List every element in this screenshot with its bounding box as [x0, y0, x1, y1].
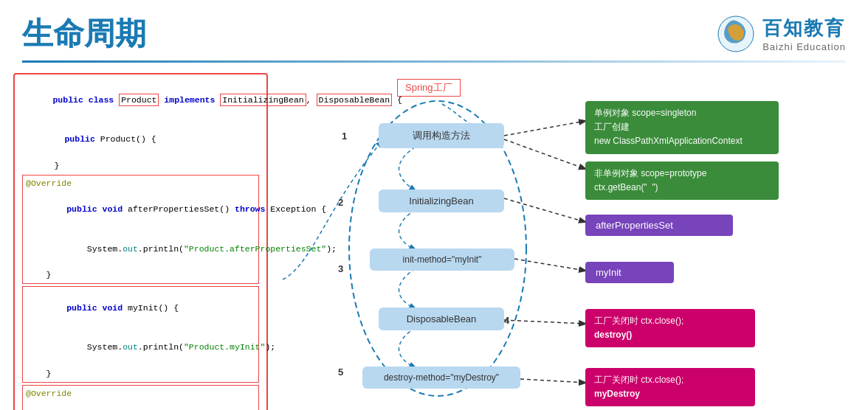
num-label-4: 4	[504, 315, 509, 326]
num-label-2: 2	[338, 197, 343, 208]
code-block-myinit: public void myInit() { System.out.printl…	[22, 286, 259, 383]
code-afterprops-body: System.out.println("Product.afterPropert…	[26, 229, 255, 268]
num-label-3: 3	[338, 263, 343, 274]
code-myinit-sig: public void myInit() {	[26, 288, 255, 327]
right-label-afterpropertiesset: afterPropertiesSet	[585, 215, 733, 236]
code-destroy-sig: public void destroy() throws Exception {	[26, 400, 255, 410]
flow-box-5: destroy-method="myDestroy"	[362, 366, 520, 389]
num-label-5: 5	[338, 366, 343, 378]
right-label-singleton: 单例对象 scope=singleton工厂创建new ClassPathXml…	[585, 101, 779, 154]
code-afterprops-close: }	[26, 268, 255, 282]
flow-box-1: 调用构造方法	[379, 123, 504, 148]
code-ann-1: @Override	[26, 177, 255, 190]
num-label-1: 1	[342, 131, 347, 142]
code-afterprops-sig: public void afterPropertiesSet() throws …	[26, 190, 255, 229]
right-label-destroy: 工厂关闭时 ctx.close();destroy()	[585, 309, 755, 347]
code-line-1: public class Product implements Initiali…	[22, 80, 259, 119]
code-myinit-body: System.out.println("Product.myInit");	[26, 328, 255, 367]
page-title: 生命周期	[22, 13, 146, 55]
right-label-myinit: myInit	[585, 262, 674, 283]
code-ann-2: @Override	[26, 387, 255, 400]
spring-factory-label: Spring工厂	[397, 79, 461, 97]
code-block-destroy: @Override public void destroy() throws E…	[22, 385, 259, 410]
header: 生命周期 百知教育 Baizhi Education	[0, 0, 868, 60]
logo-area: 百知教育 Baizhi Education	[717, 15, 846, 53]
code-block-afterpropertiesset: @Override public void afterPropertiesSet…	[22, 175, 259, 285]
logo-icon	[717, 15, 755, 53]
logo-chinese: 百知教育	[762, 15, 845, 41]
flow-box-2: InitializingBean	[379, 190, 504, 212]
flow-box-3: init-method="myInit"	[370, 249, 514, 271]
right-label-mydestroy: 工厂关闭时 ctx.close();myDestroy	[585, 368, 755, 406]
logo-english: Baizhi Education	[762, 41, 846, 52]
logo-text: 百知教育 Baizhi Education	[762, 15, 846, 52]
code-panel: public class Product implements Initiali…	[13, 73, 268, 410]
content-area: public class Product implements Initiali…	[0, 73, 868, 410]
code-myinit-close: }	[26, 367, 255, 381]
flow-box-4: DisposableBean	[379, 308, 504, 330]
diagram-wrapper: Spring工厂 调用构造方法 InitializingBean init-me…	[268, 73, 855, 410]
code-constructor-sig: public Product() {	[22, 119, 259, 159]
right-label-prototype: 非单例对象 scope=prototypectx.getBean(" ")	[585, 161, 779, 200]
header-divider	[22, 60, 846, 63]
code-constructor-close: }	[22, 159, 259, 173]
